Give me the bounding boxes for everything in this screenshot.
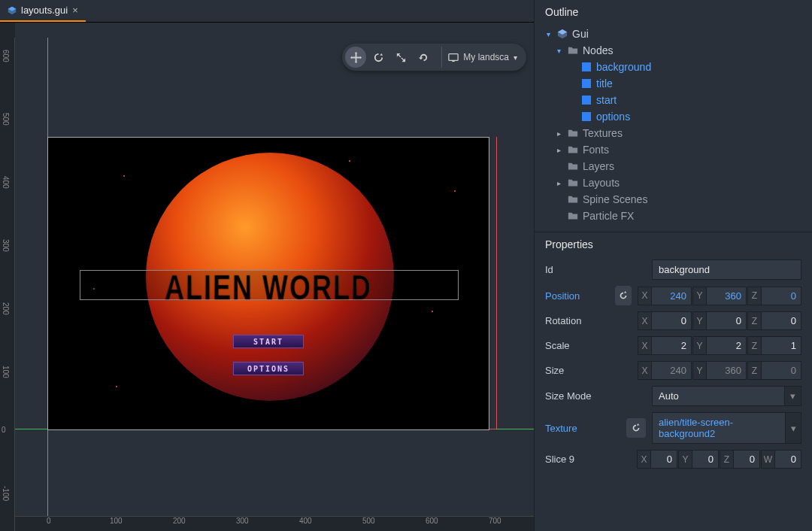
folder-icon: [568, 128, 578, 138]
outline-textures[interactable]: Textures: [541, 125, 806, 141]
box-node-icon: [581, 95, 592, 105]
layout-dropdown-label: My landsca: [463, 52, 509, 62]
tool-move[interactable]: [345, 47, 366, 68]
ruler-bottom: 0 100 200 300 400 500 600 700: [15, 516, 534, 531]
properties-header: Properties: [535, 232, 812, 256]
outline-spine-scenes[interactable]: Spine Scenes: [541, 191, 806, 208]
size-x-input[interactable]: [652, 362, 691, 379]
slice9-x-input[interactable]: [651, 451, 677, 468]
id-input[interactable]: [652, 259, 801, 280]
prop-texture: Texture alien/title-screen-background2 ▾: [535, 409, 812, 447]
folder-icon: [568, 161, 578, 171]
position-y-input[interactable]: [707, 287, 746, 305]
prop-position: Position X Y Z: [535, 283, 812, 308]
layout-dropdown[interactable]: My landsca ▾: [441, 47, 523, 68]
tab-layouts-gui[interactable]: layouts.gui ×: [0, 0, 86, 22]
prop-size: Size X Y Z: [535, 358, 812, 383]
tool-rotate[interactable]: [368, 47, 389, 68]
svg-rect-2: [582, 62, 591, 71]
svg-rect-3: [582, 79, 591, 88]
position-x-input[interactable]: [652, 287, 691, 305]
prop-rotation: Rotation X Y Z: [535, 308, 812, 333]
slice9-w-input[interactable]: [775, 451, 801, 468]
box-node-icon: [581, 111, 592, 122]
tool-scale[interactable]: [390, 47, 411, 68]
outline-header: Outline: [535, 0, 812, 24]
gui-file-icon: [8, 6, 17, 15]
ruler-vertical: 600 500 400 300 200 100 0 -100: [0, 38, 15, 531]
outline-layouts[interactable]: Layouts: [541, 174, 806, 191]
outline-layers[interactable]: Layers: [541, 158, 806, 174]
caret-icon[interactable]: [544, 30, 553, 38]
scale-x-input[interactable]: [652, 337, 691, 354]
rotation-y-input[interactable]: [707, 312, 746, 329]
scale-z-input[interactable]: [762, 337, 801, 354]
folder-icon: [568, 211, 578, 221]
scale-y-input[interactable]: [707, 337, 746, 354]
folder-icon: [568, 45, 578, 56]
caret-icon[interactable]: [554, 146, 563, 154]
outline-particle-fx[interactable]: Particle FX: [541, 208, 806, 224]
tab-bar: layouts.gui ×: [0, 0, 534, 23]
caret-icon[interactable]: [554, 179, 563, 187]
svg-rect-5: [582, 112, 591, 121]
outline-node-options[interactable]: options: [541, 108, 806, 125]
rotation-x-input[interactable]: [652, 312, 691, 329]
svg-rect-1: [453, 60, 456, 62]
folder-icon: [568, 178, 578, 188]
scene-root[interactable]: ALIEN WORLD START OPTIONS: [47, 137, 489, 430]
caret-icon[interactable]: [554, 47, 563, 55]
size-mode-select[interactable]: Auto ▾: [652, 386, 801, 406]
prop-scale: Scale X Y Z: [535, 333, 812, 358]
outline-gui[interactable]: Gui: [541, 26, 806, 42]
prop-size-mode: Size Mode Auto ▾: [535, 383, 812, 409]
slice9-y-input[interactable]: [692, 451, 718, 468]
outline-node-start[interactable]: start: [541, 92, 806, 108]
reset-position-button[interactable]: [615, 286, 632, 305]
chevron-down-icon: ▾: [784, 387, 801, 405]
scene-start-button: START: [233, 335, 304, 348]
box-node-icon: [581, 78, 592, 89]
slice9-z-input[interactable]: [734, 451, 759, 468]
tab-filename: layouts.gui: [21, 5, 68, 16]
prop-id: Id: [535, 256, 812, 283]
outline-nodes[interactable]: Nodes: [541, 42, 806, 59]
svg-rect-0: [449, 54, 458, 61]
reset-texture-button[interactable]: [626, 418, 646, 438]
folder-icon: [568, 144, 578, 155]
viewport-toolbar: My landsca ▾: [342, 44, 526, 71]
chevron-down-icon: ▾: [785, 413, 801, 443]
scene-options-button: OPTIONS: [233, 362, 304, 375]
size-y-input[interactable]: [707, 362, 746, 379]
texture-select[interactable]: alien/title-screen-background2 ▾: [652, 412, 801, 444]
outline-node-title[interactable]: title: [541, 75, 806, 92]
tool-refresh[interactable]: [413, 47, 434, 68]
chevron-down-icon: ▾: [514, 53, 517, 62]
origin-line-v: [496, 137, 497, 429]
gui-icon: [557, 29, 568, 39]
size-z-input[interactable]: [762, 362, 801, 379]
folder-icon: [568, 194, 578, 205]
scene-title-text: ALIEN WORLD: [48, 267, 489, 308]
box-node-icon: [581, 62, 592, 72]
ruler-corner: [0, 23, 15, 38]
rotation-z-input[interactable]: [762, 312, 801, 329]
prop-slice9: Slice 9 X Y Z W: [535, 447, 812, 472]
outline-tree: Gui Nodes background title: [535, 24, 812, 232]
outline-fonts[interactable]: Fonts: [541, 141, 806, 158]
position-z-input[interactable]: [762, 287, 801, 305]
svg-rect-4: [582, 96, 591, 105]
outline-node-background[interactable]: background: [541, 59, 806, 75]
viewport-canvas[interactable]: ALIEN WORLD START OPTIONS: [15, 38, 534, 516]
tab-close-icon[interactable]: ×: [72, 5, 78, 16]
caret-icon[interactable]: [554, 129, 563, 138]
